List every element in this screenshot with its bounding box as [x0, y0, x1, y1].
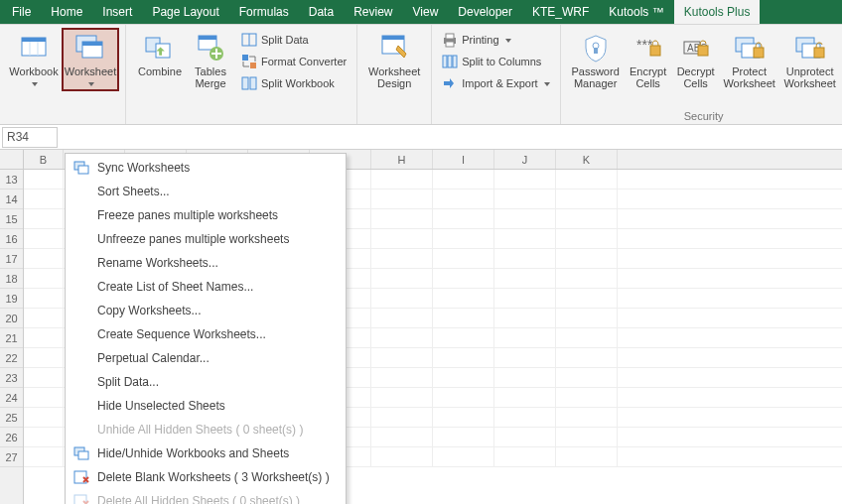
combine-button[interactable]: Combine [132, 29, 188, 94]
tab-kte-wrf[interactable]: KTE_WRF [522, 0, 599, 24]
import-export-button[interactable]: Import & Export [438, 72, 553, 94]
menu-freeze-panes[interactable]: Freeze panes multiple worksheets [66, 203, 346, 227]
tab-page-layout[interactable]: Page Layout [142, 0, 228, 24]
workbook-button[interactable]: Workbook [6, 29, 62, 91]
row-header[interactable]: 17 [0, 249, 23, 269]
decrypt-icon: ABC [680, 32, 712, 63]
svg-rect-6 [82, 42, 102, 46]
group-security: Password Manager *** Encrypt Cells ABC D… [561, 25, 842, 124]
menu-create-list-sheet-names[interactable]: Create List of Sheet Names... [66, 275, 346, 299]
svg-rect-25 [453, 56, 457, 67]
unprotect-worksheet-label: Unprotect Worksheet [783, 65, 835, 89]
menu-label: Unfreeze panes multiple worksheets [97, 232, 289, 246]
row-header[interactable]: 21 [0, 328, 23, 348]
worksheet-design-button[interactable]: Worksheet Design [363, 29, 425, 90]
row-header[interactable]: 22 [0, 348, 23, 368]
tab-developer[interactable]: Developer [448, 0, 522, 24]
menu-copy-worksheets[interactable]: Copy Worksheets... [66, 299, 346, 322]
security-group-label: Security [561, 110, 842, 122]
row-header[interactable]: 24 [0, 388, 23, 408]
tab-review[interactable]: Review [344, 0, 402, 24]
tab-kutools[interactable]: Kutools ™ [599, 0, 673, 24]
ribbon-tabs: File Home Insert Page Layout Formulas Da… [0, 0, 842, 25]
printing-button[interactable]: Printing [438, 29, 553, 51]
menu-label: Copy Worksheets... [97, 304, 201, 317]
row-header[interactable]: 16 [0, 229, 23, 249]
chevron-down-icon [542, 77, 550, 89]
decrypt-cells-button[interactable]: ABC Decrypt Cells [672, 29, 720, 90]
unprotect-worksheet-button[interactable]: Unprotect Worksheet [779, 29, 841, 90]
row-header[interactable]: 18 [0, 269, 23, 289]
svg-rect-16 [242, 77, 248, 89]
tables-merge-button[interactable]: Tables Merge [188, 29, 233, 94]
split-data-button[interactable]: Split Data [237, 29, 351, 51]
row-header[interactable]: 26 [0, 428, 23, 447]
tables-merge-icon [195, 32, 226, 63]
menu-delete-blank[interactable]: Delete Blank Worksheets ( 3 Worksheet(s)… [66, 465, 346, 489]
menu-label: Perpetual Calendar... [97, 351, 210, 365]
tab-data[interactable]: Data [299, 0, 344, 24]
row-header[interactable]: 14 [0, 189, 23, 209]
menu-label: Delete Blank Worksheets ( 3 Worksheet(s)… [97, 470, 330, 484]
split-columns-label: Split to Columns [462, 56, 541, 67]
svg-rect-23 [443, 56, 447, 67]
protect-worksheet-button[interactable]: Protect Worksheet [720, 29, 779, 90]
worksheet-button[interactable]: Worksheet [62, 28, 119, 91]
svg-rect-32 [698, 46, 708, 56]
chevron-down-icon [503, 34, 511, 46]
menu-sort-sheets[interactable]: Sort Sheets... [66, 180, 346, 203]
tab-formulas[interactable]: Formulas [229, 0, 299, 24]
tab-view[interactable]: View [403, 0, 449, 24]
select-all-corner[interactable] [0, 150, 24, 170]
row-header[interactable]: 13 [0, 170, 23, 189]
unprotect-icon [794, 32, 826, 63]
svg-rect-22 [446, 42, 454, 47]
menu-label: Unhide All Hidden Sheets ( 0 sheet(s) ) [97, 423, 303, 437]
tab-insert[interactable]: Insert [92, 0, 142, 24]
split-data-icon [241, 32, 257, 48]
delete-hidden-icon [71, 492, 91, 504]
row-header[interactable]: 23 [0, 368, 23, 388]
column-header[interactable]: K [556, 150, 618, 169]
password-manager-label: Password Manager [571, 65, 619, 89]
svg-rect-17 [250, 77, 256, 89]
column-header[interactable]: J [494, 150, 556, 169]
row-headers: 131415161718192021222324252627 [0, 170, 24, 504]
menu-delete-hidden: Delete All Hidden Sheets ( 0 sheet(s) ) [66, 489, 346, 504]
svg-rect-27 [594, 48, 598, 54]
encrypt-cells-label: Encrypt Cells [630, 65, 666, 89]
menu-label: Hide/Unhide Workbooks and Sheets [97, 446, 289, 460]
password-manager-button[interactable]: Password Manager [567, 29, 625, 90]
tab-home[interactable]: Home [41, 0, 92, 24]
name-box[interactable]: R34 [2, 127, 58, 148]
menu-sync-worksheets[interactable]: Sync Worksheets [66, 156, 346, 180]
tab-file[interactable]: File [2, 0, 41, 24]
menu-hide-unhide-workbooks[interactable]: Hide/Unhide Workbooks and Sheets [66, 441, 346, 465]
menu-rename-worksheets[interactable]: Rename Worksheets... [66, 251, 346, 275]
row-header[interactable]: 25 [0, 408, 23, 428]
format-converter-button[interactable]: Format Converter [237, 51, 351, 72]
group-design: Worksheet Design [357, 25, 432, 124]
svg-rect-38 [814, 48, 824, 58]
column-header[interactable]: I [433, 150, 494, 169]
split-to-columns-button[interactable]: Split to Columns [438, 51, 553, 72]
menu-create-sequence[interactable]: Create Sequence Worksheets... [66, 322, 346, 346]
menu-perpetual-calendar[interactable]: Perpetual Calendar... [66, 346, 346, 370]
split-workbook-button[interactable]: Split Workbook [237, 72, 351, 94]
svg-rect-19 [382, 36, 404, 40]
menu-split-data[interactable]: Split Data... [66, 370, 346, 394]
group-workbook-sheets: Workbook Worksheet [0, 25, 126, 124]
tab-kutools-plus[interactable]: Kutools Plus [674, 0, 761, 24]
row-header[interactable]: 20 [0, 309, 23, 328]
spreadsheet-grid: BCDEFGHIJK 13141516171819202122232425262… [0, 150, 842, 504]
column-header[interactable]: B [24, 150, 64, 169]
row-header[interactable]: 15 [0, 209, 23, 229]
printing-label: Printing [462, 34, 498, 46]
column-header[interactable]: H [371, 150, 433, 169]
menu-label: Create Sequence Worksheets... [97, 327, 266, 341]
encrypt-cells-button[interactable]: *** Encrypt Cells [625, 29, 672, 90]
row-header[interactable]: 19 [0, 289, 23, 309]
menu-unfreeze-panes[interactable]: Unfreeze panes multiple worksheets [66, 227, 346, 251]
row-header[interactable]: 27 [0, 447, 23, 467]
menu-hide-unselected[interactable]: Hide Unselected Sheets [66, 394, 346, 418]
